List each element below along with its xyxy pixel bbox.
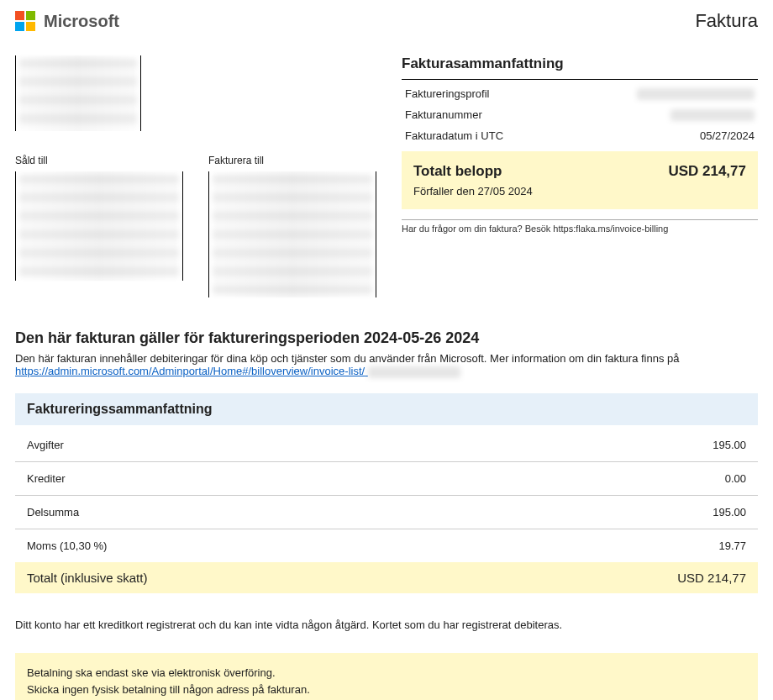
company-address-redacted: [15, 55, 141, 131]
table-row: Moms (10,30 %) 19.77: [15, 529, 758, 562]
billing-period-heading: Den här fakturan gäller för fakturerings…: [15, 329, 758, 347]
vat-label: Moms (10,30 %): [15, 529, 495, 562]
due-date-text: Förfaller den 27/05 2024: [413, 185, 746, 197]
admin-link-id-redacted: [368, 366, 460, 378]
credit-card-note: Ditt konto har ett kreditkort registrera…: [15, 618, 758, 631]
admin-portal-link[interactable]: https://admin.microsoft.com/Adminportal/…: [15, 365, 368, 377]
invoice-summary-title: Fakturasammanfattning: [402, 50, 758, 80]
invoice-questions-footnote: Har du frågor om din faktura? Besök http…: [402, 219, 758, 234]
total-amount-value: USD 214,77: [668, 163, 746, 180]
payment-instruction-line-2: Skicka ingen fysisk betalning till någon…: [27, 682, 746, 699]
payment-instructions-box: Betalning ska endast ske via elektronisk…: [15, 653, 758, 700]
microsoft-logo-icon: [15, 11, 35, 31]
invoice-date-label: Fakturadatum i UTC: [405, 129, 503, 142]
brand-name: Microsoft: [44, 12, 119, 31]
charges-label: Avgifter: [15, 429, 495, 462]
admin-portal-link-text: https://admin.microsoft.com/Adminportal/…: [15, 365, 365, 377]
grand-total-label: Totalt (inklusive skatt): [27, 571, 147, 585]
total-amount-label: Totalt belopp: [413, 163, 502, 180]
billing-summary-bar: Faktureringssammanfattning: [15, 393, 758, 425]
credits-label: Krediter: [15, 461, 495, 495]
vat-amount: 19.77: [495, 529, 758, 562]
billing-period-description: Den här fakturan innehåller debiteringar…: [15, 352, 680, 365]
billing-profile-value-redacted: [637, 88, 755, 100]
bill-to-label: Fakturera till: [208, 155, 376, 166]
table-row: Avgifter 195.00: [15, 429, 758, 462]
sold-to-redacted: [15, 171, 183, 281]
invoice-number-label: Fakturanummer: [405, 108, 482, 121]
table-row: Krediter 0.00: [15, 461, 758, 495]
subtotal-label: Delsumma: [15, 495, 495, 529]
credits-amount: 0.00: [495, 461, 758, 495]
microsoft-brand: Microsoft: [15, 11, 119, 31]
billing-profile-label: Faktureringsprofil: [405, 87, 489, 100]
payment-instruction-line-1: Betalning ska endast ske via elektronisk…: [27, 665, 746, 682]
sold-to-label: Såld till: [15, 155, 183, 166]
invoice-date-value: 05/27/2024: [700, 129, 755, 142]
table-row: Delsumma 195.00: [15, 495, 758, 529]
subtotal-amount: 195.00: [495, 495, 758, 529]
bill-to-redacted: [208, 171, 376, 297]
grand-total-amount: USD 214,77: [677, 571, 746, 585]
document-title: Faktura: [695, 10, 758, 32]
total-amount-box: Totalt belopp USD 214,77 Förfaller den 2…: [402, 151, 758, 209]
invoice-number-value-redacted: [670, 109, 755, 121]
charges-amount: 195.00: [495, 429, 758, 462]
grand-total-bar: Totalt (inklusive skatt) USD 214,77: [15, 562, 758, 593]
charges-table: Avgifter 195.00 Krediter 0.00 Delsumma 1…: [15, 429, 758, 562]
